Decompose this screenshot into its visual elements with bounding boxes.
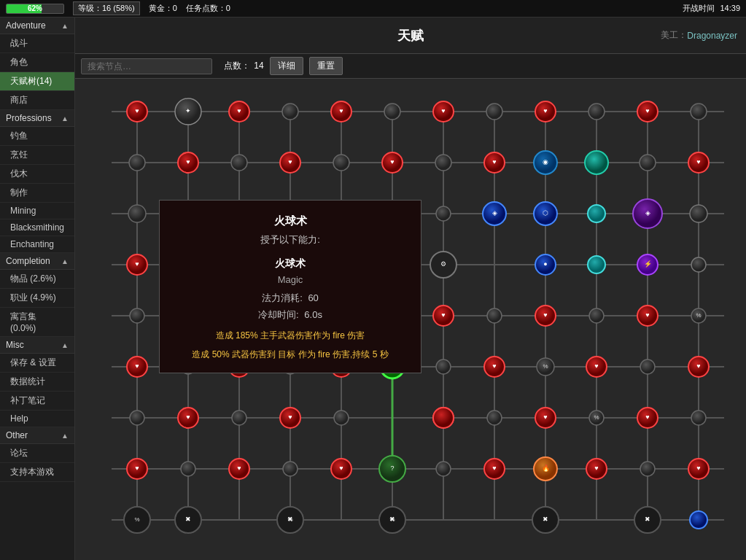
sidebar-item-items[interactable]: 物品 (2.6%) xyxy=(0,270,74,289)
reset-button[interactable]: 重置 xyxy=(309,57,343,75)
svg-point-279 xyxy=(688,357,709,377)
svg-point-296 xyxy=(691,411,706,425)
svg-point-330 xyxy=(534,457,557,481)
svg-point-281 xyxy=(130,411,144,425)
tooltip-item-type: Magic xyxy=(171,273,409,288)
svg-point-285 xyxy=(280,408,300,428)
sidebar-item-support[interactable]: 支持本游戏 xyxy=(0,463,74,482)
svg-point-178 xyxy=(384,104,400,120)
svg-point-264 xyxy=(127,357,147,377)
svg-point-303 xyxy=(331,459,351,479)
sidebar-item-shop[interactable]: 商店 xyxy=(0,91,74,110)
svg-point-299 xyxy=(181,462,195,476)
detail-button[interactable]: 详细 xyxy=(270,57,303,75)
health-bar: 62% xyxy=(6,4,64,14)
svg-point-287 xyxy=(334,411,349,425)
svg-point-195 xyxy=(333,155,349,171)
artist-info: 美工： Dragonayzer xyxy=(661,29,746,42)
sidebar-item-crafting[interactable]: 制作 xyxy=(0,184,74,203)
sidebar-item-combat[interactable]: 战斗 xyxy=(0,34,74,53)
sidebar-item-patch-notes[interactable]: 补丁笔记 xyxy=(0,392,74,411)
svg-point-196 xyxy=(382,152,403,173)
professions-arrow: ▲ xyxy=(61,114,69,122)
svg-point-192 xyxy=(178,152,198,173)
sidebar-item-fables[interactable]: 寓言集 (0.0%) xyxy=(0,308,74,337)
sidebar-item-forum[interactable]: 论坛 xyxy=(0,444,74,463)
main-area: 天赋 美工： Dragonayzer 点数： 14 详细 重置 xyxy=(75,18,746,560)
toolbar: 点数： 14 详细 重置 xyxy=(75,54,746,79)
svg-point-228 xyxy=(588,256,605,273)
time-info: 开战时间 14:39 xyxy=(683,3,740,14)
svg-point-319 xyxy=(379,507,405,533)
adventure-arrow: ▲ xyxy=(61,22,69,30)
tooltip-title: 火球术 xyxy=(171,212,409,230)
sidebar-item-blacksmithing[interactable]: Blacksmithing xyxy=(0,219,74,236)
svg-point-328 xyxy=(537,358,554,376)
svg-point-176 xyxy=(282,104,298,120)
svg-point-238 xyxy=(436,206,451,221)
svg-point-332 xyxy=(633,199,662,228)
sidebar-item-mining[interactable]: Mining xyxy=(0,203,74,219)
points-label: 点数： 14 xyxy=(224,60,264,72)
svg-point-239 xyxy=(127,254,147,275)
svg-point-222 xyxy=(637,254,658,275)
search-input[interactable] xyxy=(81,58,212,74)
sidebar-item-settings[interactable]: 保存 & 设置 xyxy=(0,354,74,373)
tooltip-subtitle: 授予以下能力: xyxy=(171,233,409,248)
sidebar-item-professions-comp[interactable]: 职业 (4.9%) xyxy=(0,289,74,308)
svg-point-183 xyxy=(637,101,658,122)
tooltip-cooldown: 冷却时间: 6.0s xyxy=(171,308,409,323)
level-badge: 等级：16 (58%) xyxy=(73,1,140,15)
sidebar-section-adventure[interactable]: Adventure ▲ xyxy=(0,18,74,34)
artist-label: 美工： xyxy=(661,29,687,42)
svg-point-175 xyxy=(229,101,249,122)
svg-point-193 xyxy=(231,155,247,171)
completion-label: Completion xyxy=(6,256,50,266)
sidebar-section-other[interactable]: Other ▲ xyxy=(0,427,74,444)
sidebar-item-woodcutting[interactable]: 伐木 xyxy=(0,165,74,184)
sidebar-item-help[interactable]: Help xyxy=(0,411,74,427)
svg-point-263 xyxy=(691,308,706,323)
sidebar-section-professions[interactable]: Professions ▲ xyxy=(0,110,74,127)
svg-point-194 xyxy=(280,152,300,173)
svg-point-179 xyxy=(433,101,454,122)
sidebar-item-enchanting[interactable]: Enchanting xyxy=(0,236,74,253)
svg-point-257 xyxy=(487,308,502,323)
svg-point-325 xyxy=(690,511,707,529)
svg-point-225 xyxy=(691,257,706,272)
sidebar: Adventure ▲ 战斗 角色 天赋树(14) 商店 Professions… xyxy=(0,18,75,560)
svg-point-181 xyxy=(535,101,556,122)
svg-point-182 xyxy=(588,104,605,120)
top-bar: 62% 等级：16 (58%) 黄金：0 任务点数：0 开战时间 14:39 xyxy=(0,0,746,18)
other-label: Other xyxy=(6,430,28,440)
sidebar-section-completion[interactable]: Completion ▲ xyxy=(0,253,74,270)
svg-point-197 xyxy=(435,155,451,171)
svg-point-302 xyxy=(283,462,298,476)
svg-point-180 xyxy=(486,104,502,120)
time-label: 开战时间 xyxy=(683,4,715,12)
sidebar-item-talent-tree[interactable]: 天赋树(14) xyxy=(0,72,74,91)
svg-point-326 xyxy=(430,252,456,278)
sidebar-item-character[interactable]: 角色 xyxy=(0,53,74,72)
sidebar-item-cooking[interactable]: 烹饪 xyxy=(0,146,74,165)
svg-point-297 xyxy=(127,459,147,479)
tooltip-desc2: 造成 50% 武器伤害到 目标 作为 fire 伤害,持续 5 秒 xyxy=(171,348,409,361)
svg-point-173 xyxy=(127,101,147,122)
svg-point-276 xyxy=(586,357,607,377)
svg-point-278 xyxy=(640,359,655,374)
svg-point-215 xyxy=(379,456,405,482)
svg-point-224 xyxy=(690,205,707,222)
health-percent: 62% xyxy=(7,4,63,13)
sidebar-section-misc[interactable]: Misc ▲ xyxy=(0,337,74,354)
svg-point-300 xyxy=(229,459,249,479)
sidebar-item-fishing[interactable]: 钓鱼 xyxy=(0,127,74,146)
svg-point-291 xyxy=(535,408,556,428)
gold-info: 黄金：0 xyxy=(149,3,177,14)
svg-point-177 xyxy=(331,101,351,122)
svg-point-305 xyxy=(436,462,451,476)
svg-point-198 xyxy=(484,152,505,173)
sidebar-item-stats[interactable]: 数据统计 xyxy=(0,373,74,392)
svg-point-217 xyxy=(534,202,557,225)
svg-point-202 xyxy=(688,152,709,173)
svg-point-314 xyxy=(124,507,150,533)
